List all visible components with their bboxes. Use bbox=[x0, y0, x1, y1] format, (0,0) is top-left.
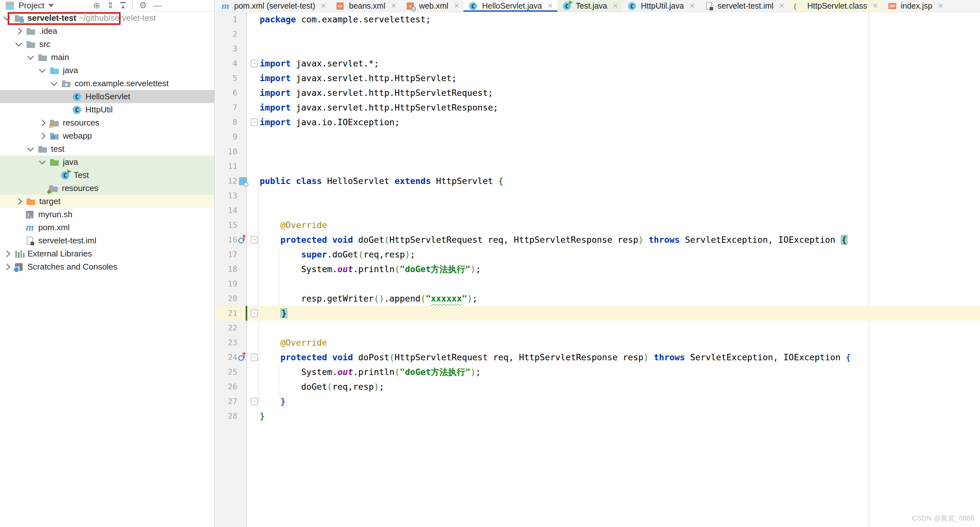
chevron-right-icon[interactable] bbox=[3, 264, 10, 270]
chevron-down-icon[interactable] bbox=[3, 14, 10, 21]
tab-pom-xml-servelet-test[interactable]: mpom.xml (servelet-test)× bbox=[216, 0, 331, 12]
tree-item-java[interactable]: java bbox=[0, 155, 215, 169]
tab-helloservlet-java[interactable]: CHelloServlet.java× bbox=[463, 0, 557, 12]
editor[interactable]: 1package com.example.servelettest;234−im… bbox=[216, 12, 980, 527]
tab-index-jsp[interactable]: JSPindex.jsp× bbox=[882, 0, 947, 12]
code-line-22[interactable]: 22 bbox=[216, 321, 980, 335]
tab-label: beans.xml bbox=[349, 1, 385, 11]
code-line-9[interactable]: 9 bbox=[216, 130, 980, 144]
code-line-14[interactable]: 14 bbox=[216, 203, 980, 218]
code-line-19[interactable]: 19 bbox=[216, 276, 980, 291]
chevron-right-icon[interactable] bbox=[39, 133, 46, 139]
tree-item-com-example-servelettest[interactable]: com.example.servelettest bbox=[0, 77, 215, 90]
tree-item-helloservlet[interactable]: CHelloServlet bbox=[0, 90, 215, 103]
code-line-3[interactable]: 3 bbox=[216, 42, 980, 56]
tree-item-httputil[interactable]: CHttpUtil bbox=[0, 103, 215, 116]
close-tab-icon[interactable]: × bbox=[391, 2, 396, 10]
fold-marker-icon[interactable]: − bbox=[251, 398, 258, 405]
code-line-6[interactable]: 6import javax.servlet.http.HttpServletRe… bbox=[216, 86, 980, 100]
tab-test-java[interactable]: CTest.java× bbox=[557, 0, 622, 12]
tree-item-src[interactable]: src bbox=[0, 38, 215, 51]
fold-marker-icon[interactable]: − bbox=[251, 118, 258, 126]
code-line-11[interactable]: 11 bbox=[216, 159, 980, 174]
code-line-13[interactable]: 13 bbox=[216, 188, 980, 203]
tree-item-webapp[interactable]: webapp bbox=[0, 129, 215, 142]
tab-httpservlet-class[interactable]: (C)HttpServlet.class× bbox=[789, 0, 882, 12]
code-line-17[interactable]: 17 super.doGet(req,resp); bbox=[216, 247, 980, 262]
fold-marker-icon[interactable]: − bbox=[251, 60, 258, 67]
class-lib-icon: (C) bbox=[794, 1, 803, 11]
chevron-down-icon[interactable] bbox=[27, 145, 34, 152]
related-symbol-icon[interactable] bbox=[239, 177, 247, 185]
code-line-10[interactable]: 10 bbox=[216, 144, 980, 159]
close-tab-icon[interactable]: × bbox=[321, 2, 326, 10]
close-tab-icon[interactable]: × bbox=[454, 2, 459, 10]
code-line-7[interactable]: 7import javax.servlet.http.HttpServletRe… bbox=[216, 100, 980, 115]
expand-all-icon[interactable]: ⇕ bbox=[107, 1, 114, 10]
tab-web-xml[interactable]: <web.xml× bbox=[401, 0, 463, 12]
code-line-1[interactable]: 1package com.example.servelettest; bbox=[216, 12, 980, 27]
fold-marker-icon[interactable]: − bbox=[251, 310, 258, 317]
chevron-down-icon[interactable] bbox=[39, 158, 46, 164]
code-line-28[interactable]: 28} bbox=[216, 409, 980, 423]
tree-item-myrun-sh[interactable]: ❯_myrun.sh bbox=[0, 208, 215, 221]
locate-icon[interactable]: ⊕ bbox=[93, 1, 100, 10]
code-text: @Override bbox=[258, 335, 327, 350]
overrides-method-icon[interactable] bbox=[238, 353, 248, 362]
tree-item-servelet-test[interactable]: servelet-test ~/github/servelet-test bbox=[0, 11, 215, 25]
tree-item-main[interactable]: main bbox=[0, 51, 215, 64]
code-area[interactable]: 1package com.example.servelettest;234−im… bbox=[216, 12, 980, 423]
code-text: import javax.servlet.http.HttpServletRes… bbox=[258, 100, 498, 115]
tree-item-test[interactable]: test bbox=[0, 142, 215, 155]
code-line-4[interactable]: 4−import javax.servlet.*; bbox=[216, 56, 980, 71]
code-line-23[interactable]: 23 @Override bbox=[216, 335, 980, 350]
code-line-8[interactable]: 8−import java.io.IOException; bbox=[216, 115, 980, 130]
code-line-2[interactable]: 2 bbox=[216, 27, 980, 42]
code-line-5[interactable]: 5import javax.servlet.http.HttpServlet; bbox=[216, 71, 980, 86]
code-line-26[interactable]: 26 doGet(req,resp); bbox=[216, 379, 980, 394]
code-line-25[interactable]: 25 System.out.println("doGet方法执行"); bbox=[216, 365, 980, 379]
code-line-12[interactable]: 12public class HelloServlet extends Http… bbox=[216, 174, 980, 188]
tree-item-target[interactable]: target bbox=[0, 195, 215, 208]
chevron-down-icon[interactable] bbox=[39, 66, 46, 73]
tree-item-idea[interactable]: .idea bbox=[0, 25, 215, 38]
code-line-27[interactable]: 27− } bbox=[216, 394, 980, 409]
chevron-right-icon[interactable] bbox=[3, 251, 10, 257]
tree-item-resources[interactable]: resources bbox=[0, 116, 215, 129]
fold-marker-icon[interactable]: − bbox=[251, 236, 258, 244]
chevron-right-icon[interactable] bbox=[39, 120, 46, 126]
tree-item-scratches-and-consoles[interactable]: ❯Scratches and Consoles bbox=[0, 260, 215, 273]
tab-httputil-java[interactable]: CHttpUtil.java× bbox=[622, 0, 699, 12]
code-line-20[interactable]: 20 resp.getWriter().append("xxxxxx"); bbox=[216, 291, 980, 306]
tree-item-pom-xml[interactable]: mpom.xml bbox=[0, 221, 215, 234]
fold-marker-icon[interactable]: − bbox=[251, 354, 258, 361]
tree-item-external-libraries[interactable]: External Libraries bbox=[0, 247, 215, 260]
code-line-18[interactable]: 18 System.out.println("doGet方法执行"); bbox=[216, 262, 980, 276]
close-tab-icon[interactable]: × bbox=[938, 2, 943, 10]
tree-item-resources[interactable]: resources bbox=[0, 182, 215, 195]
chevron-down-icon[interactable] bbox=[48, 4, 54, 7]
tree-item-test[interactable]: CTest bbox=[0, 169, 215, 182]
chevron-down-icon[interactable] bbox=[51, 79, 57, 86]
close-tab-icon[interactable]: × bbox=[613, 2, 618, 10]
chevron-down-icon[interactable] bbox=[27, 53, 34, 60]
close-tab-icon[interactable]: × bbox=[780, 2, 784, 10]
code-line-15[interactable]: 15 @Override bbox=[216, 218, 980, 233]
tab-servelet-test-iml[interactable]: servelet-test.iml× bbox=[699, 0, 789, 12]
code-line-21[interactable]: 21− } bbox=[216, 306, 980, 321]
hide-panel-icon[interactable]: — bbox=[153, 1, 162, 10]
code-line-16[interactable]: 16− protected void doGet(HttpServletRequ… bbox=[216, 233, 980, 247]
chevron-down-icon[interactable] bbox=[15, 40, 22, 46]
collapse-all-icon[interactable]: ▲ bbox=[120, 2, 126, 9]
settings-gear-icon[interactable]: ⚙ bbox=[139, 1, 147, 10]
chevron-right-icon[interactable] bbox=[15, 28, 22, 35]
close-tab-icon[interactable]: × bbox=[548, 2, 553, 10]
tab-beans-xml[interactable]: <>beans.xml× bbox=[331, 0, 401, 12]
close-tab-icon[interactable]: × bbox=[873, 2, 878, 10]
tree-item-java[interactable]: java bbox=[0, 64, 215, 77]
code-line-24[interactable]: 24− protected void doPost(HttpServletReq… bbox=[216, 350, 980, 365]
chevron-right-icon[interactable] bbox=[15, 198, 22, 205]
overrides-method-icon[interactable] bbox=[238, 235, 248, 245]
tree-item-servelet-test-iml[interactable]: servelet-test.iml bbox=[0, 234, 215, 247]
close-tab-icon[interactable]: × bbox=[690, 2, 695, 10]
